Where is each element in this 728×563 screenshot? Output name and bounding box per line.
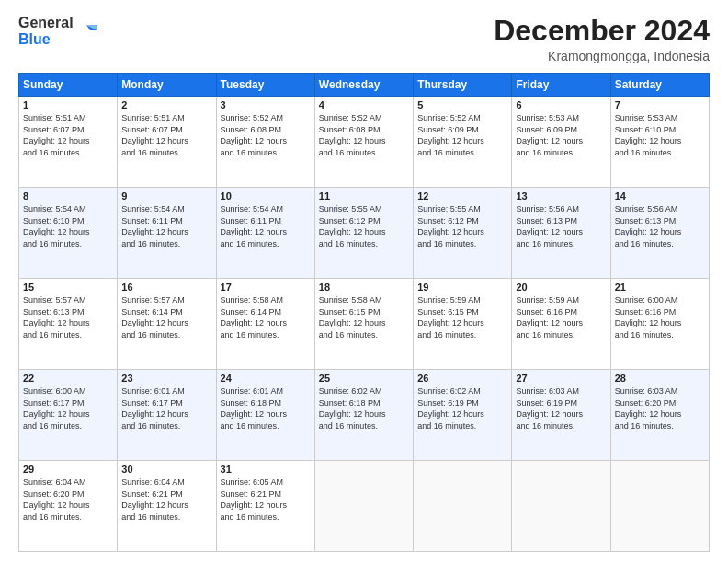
day-number: 29	[23, 464, 113, 475]
day-info: Sunrise: 5:56 AM Sunset: 6:13 PM Dayligh…	[615, 203, 705, 249]
month-title: December 2024	[494, 15, 710, 47]
day-number: 1	[23, 99, 113, 110]
day-number: 18	[319, 282, 409, 293]
day-number: 20	[516, 282, 606, 293]
calendar-week-4: 22 Sunrise: 6:00 AM Sunset: 6:17 PM Dayl…	[19, 370, 710, 461]
logo-general: General	[18, 15, 74, 31]
day-info: Sunrise: 5:58 AM Sunset: 6:15 PM Dayligh…	[319, 294, 409, 340]
day-number: 11	[319, 190, 409, 201]
calendar-cell: 23 Sunrise: 6:01 AM Sunset: 6:17 PM Dayl…	[118, 370, 216, 461]
day-number: 7	[615, 99, 705, 110]
title-block: December 2024 Kramongmongga, Indonesia	[494, 15, 710, 63]
day-info: Sunrise: 6:03 AM Sunset: 6:19 PM Dayligh…	[516, 385, 606, 431]
day-number: 21	[615, 282, 705, 293]
calendar-header-friday: Friday	[512, 74, 610, 97]
calendar-week-2: 8 Sunrise: 5:54 AM Sunset: 6:10 PM Dayli…	[19, 188, 710, 279]
calendar-header-row: SundayMondayTuesdayWednesdayThursdayFrid…	[19, 74, 710, 97]
day-info: Sunrise: 5:57 AM Sunset: 6:14 PM Dayligh…	[121, 294, 211, 340]
calendar-week-5: 29 Sunrise: 6:04 AM Sunset: 6:20 PM Dayl…	[19, 461, 710, 552]
calendar-cell: 22 Sunrise: 6:00 AM Sunset: 6:17 PM Dayl…	[19, 370, 118, 461]
calendar-cell	[314, 461, 413, 552]
day-number: 3	[221, 99, 311, 110]
calendar-cell: 5 Sunrise: 5:52 AM Sunset: 6:09 PM Dayli…	[414, 97, 512, 188]
day-number: 27	[516, 373, 606, 384]
calendar-cell: 21 Sunrise: 6:00 AM Sunset: 6:16 PM Dayl…	[610, 279, 709, 370]
calendar-cell	[610, 461, 709, 552]
day-info: Sunrise: 5:52 AM Sunset: 6:08 PM Dayligh…	[221, 112, 311, 158]
calendar-header-sunday: Sunday	[19, 74, 118, 97]
calendar-header-wednesday: Wednesday	[314, 74, 413, 97]
day-number: 28	[615, 373, 705, 384]
day-info: Sunrise: 6:02 AM Sunset: 6:19 PM Dayligh…	[417, 385, 507, 431]
day-info: Sunrise: 6:02 AM Sunset: 6:18 PM Dayligh…	[319, 385, 409, 431]
calendar-cell: 28 Sunrise: 6:03 AM Sunset: 6:20 PM Dayl…	[610, 370, 709, 461]
calendar-header-tuesday: Tuesday	[216, 74, 314, 97]
day-info: Sunrise: 5:56 AM Sunset: 6:13 PM Dayligh…	[516, 203, 606, 249]
day-number: 31	[221, 464, 311, 475]
calendar-cell: 6 Sunrise: 5:53 AM Sunset: 6:09 PM Dayli…	[512, 97, 610, 188]
calendar-cell: 9 Sunrise: 5:54 AM Sunset: 6:11 PM Dayli…	[118, 188, 216, 279]
page: General Blue December 2024 Kramongmongga…	[0, 0, 728, 563]
calendar-week-1: 1 Sunrise: 5:51 AM Sunset: 6:07 PM Dayli…	[19, 97, 710, 188]
day-number: 23	[121, 373, 211, 384]
calendar-cell: 8 Sunrise: 5:54 AM Sunset: 6:10 PM Dayli…	[19, 188, 118, 279]
day-number: 14	[615, 190, 705, 201]
day-info: Sunrise: 5:54 AM Sunset: 6:11 PM Dayligh…	[221, 203, 311, 249]
calendar-cell: 3 Sunrise: 5:52 AM Sunset: 6:08 PM Dayli…	[216, 97, 314, 188]
day-info: Sunrise: 5:55 AM Sunset: 6:12 PM Dayligh…	[417, 203, 507, 249]
day-number: 12	[417, 190, 507, 201]
logo-bird-icon	[77, 21, 97, 41]
calendar-cell: 30 Sunrise: 6:04 AM Sunset: 6:21 PM Dayl…	[118, 461, 216, 552]
calendar-cell: 12 Sunrise: 5:55 AM Sunset: 6:12 PM Dayl…	[414, 188, 512, 279]
calendar-cell	[512, 461, 610, 552]
calendar-body: 1 Sunrise: 5:51 AM Sunset: 6:07 PM Dayli…	[19, 97, 710, 552]
calendar-cell: 26 Sunrise: 6:02 AM Sunset: 6:19 PM Dayl…	[414, 370, 512, 461]
day-number: 15	[23, 282, 113, 293]
day-number: 13	[516, 190, 606, 201]
day-info: Sunrise: 5:51 AM Sunset: 6:07 PM Dayligh…	[121, 112, 211, 158]
day-info: Sunrise: 6:03 AM Sunset: 6:20 PM Dayligh…	[615, 385, 705, 431]
calendar-cell	[414, 461, 512, 552]
calendar-week-3: 15 Sunrise: 5:57 AM Sunset: 6:13 PM Dayl…	[19, 279, 710, 370]
calendar-header-thursday: Thursday	[414, 74, 512, 97]
day-info: Sunrise: 5:58 AM Sunset: 6:14 PM Dayligh…	[221, 294, 311, 340]
day-number: 9	[121, 190, 211, 201]
day-info: Sunrise: 5:52 AM Sunset: 6:09 PM Dayligh…	[417, 112, 507, 158]
calendar-table: SundayMondayTuesdayWednesdayThursdayFrid…	[18, 73, 710, 552]
calendar-cell: 24 Sunrise: 6:01 AM Sunset: 6:18 PM Dayl…	[216, 370, 314, 461]
day-info: Sunrise: 6:01 AM Sunset: 6:17 PM Dayligh…	[121, 385, 211, 431]
calendar-cell: 25 Sunrise: 6:02 AM Sunset: 6:18 PM Dayl…	[314, 370, 413, 461]
day-number: 4	[319, 99, 409, 110]
calendar-cell: 1 Sunrise: 5:51 AM Sunset: 6:07 PM Dayli…	[19, 97, 118, 188]
day-number: 6	[516, 99, 606, 110]
day-info: Sunrise: 5:54 AM Sunset: 6:11 PM Dayligh…	[121, 203, 211, 249]
calendar-cell: 15 Sunrise: 5:57 AM Sunset: 6:13 PM Dayl…	[19, 279, 118, 370]
day-info: Sunrise: 5:53 AM Sunset: 6:09 PM Dayligh…	[516, 112, 606, 158]
calendar-cell: 27 Sunrise: 6:03 AM Sunset: 6:19 PM Dayl…	[512, 370, 610, 461]
day-info: Sunrise: 6:04 AM Sunset: 6:21 PM Dayligh…	[121, 477, 211, 523]
location: Kramongmongga, Indonesia	[494, 49, 710, 63]
day-number: 10	[221, 190, 311, 201]
day-number: 22	[23, 373, 113, 384]
day-info: Sunrise: 5:57 AM Sunset: 6:13 PM Dayligh…	[23, 294, 113, 340]
day-number: 16	[121, 282, 211, 293]
day-info: Sunrise: 6:04 AM Sunset: 6:20 PM Dayligh…	[23, 477, 113, 523]
day-number: 8	[23, 190, 113, 201]
day-number: 2	[121, 99, 211, 110]
calendar-cell: 4 Sunrise: 5:52 AM Sunset: 6:08 PM Dayli…	[314, 97, 413, 188]
day-info: Sunrise: 6:00 AM Sunset: 6:16 PM Dayligh…	[615, 294, 705, 340]
calendar-cell: 7 Sunrise: 5:53 AM Sunset: 6:10 PM Dayli…	[610, 97, 709, 188]
calendar-cell: 10 Sunrise: 5:54 AM Sunset: 6:11 PM Dayl…	[216, 188, 314, 279]
day-number: 19	[417, 282, 507, 293]
day-info: Sunrise: 5:55 AM Sunset: 6:12 PM Dayligh…	[319, 203, 409, 249]
calendar-cell: 16 Sunrise: 5:57 AM Sunset: 6:14 PM Dayl…	[118, 279, 216, 370]
day-info: Sunrise: 5:54 AM Sunset: 6:10 PM Dayligh…	[23, 203, 113, 249]
day-info: Sunrise: 5:59 AM Sunset: 6:16 PM Dayligh…	[516, 294, 606, 340]
logo: General Blue	[18, 15, 97, 47]
day-number: 26	[417, 373, 507, 384]
calendar-cell: 13 Sunrise: 5:56 AM Sunset: 6:13 PM Dayl…	[512, 188, 610, 279]
day-info: Sunrise: 5:51 AM Sunset: 6:07 PM Dayligh…	[23, 112, 113, 158]
day-info: Sunrise: 5:52 AM Sunset: 6:08 PM Dayligh…	[319, 112, 409, 158]
logo-blue: Blue	[18, 31, 74, 48]
day-number: 17	[221, 282, 311, 293]
